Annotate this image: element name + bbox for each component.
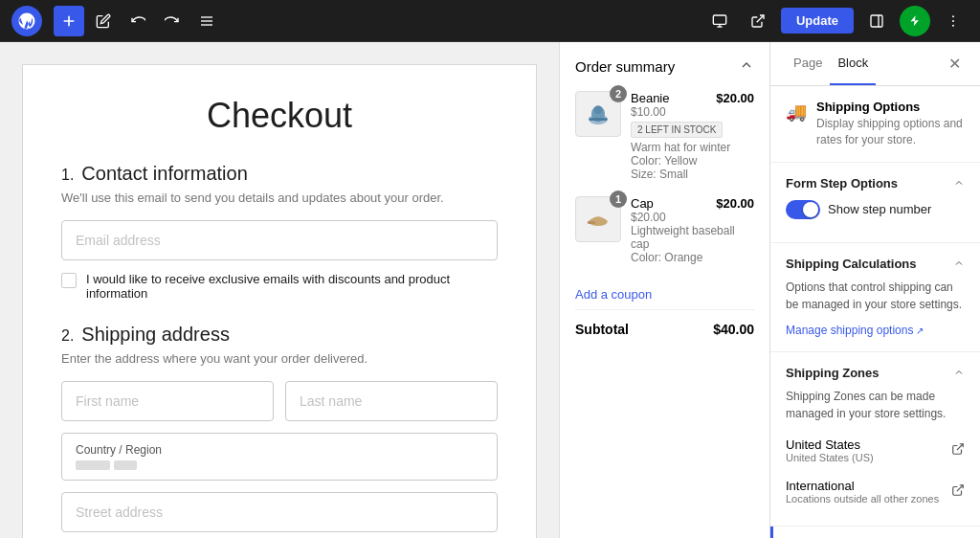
- woocommerce-button[interactable]: [900, 6, 930, 36]
- svg-rect-7: [871, 15, 882, 27]
- shipping-options-description: Display shipping options and rates for y…: [816, 116, 965, 148]
- zone-international: International Locations outside all othe…: [786, 471, 965, 512]
- lightning-icon: [908, 14, 922, 28]
- contact-header: 1. Contact information: [61, 163, 498, 185]
- item-name-beanie: Beanie: [631, 91, 669, 105]
- shipping-options-block: 🚚 Shipping Options Display shipping opti…: [770, 86, 980, 163]
- undo-button[interactable]: [122, 6, 153, 36]
- list-icon: [199, 13, 214, 29]
- first-name-col: [61, 381, 274, 421]
- newsletter-checkbox-row: I would like to receive exclusive emails…: [61, 272, 498, 301]
- form-step-options-header[interactable]: Form Step Options: [786, 176, 965, 191]
- item-details-cap: Cap $20.00 $20.00 Lightweight baseball c…: [631, 196, 754, 264]
- editor-area: Checkout 1. Contact information We'll us…: [0, 42, 559, 538]
- newsletter-label: I would like to receive exclusive emails…: [86, 272, 498, 301]
- shipping-calculations-title: Shipping Calculations: [786, 257, 917, 271]
- redo-button[interactable]: [157, 6, 188, 36]
- last-name-input[interactable]: [285, 381, 498, 421]
- form-step-options-section: Form Step Options Show step number: [770, 163, 980, 243]
- shipping-subtitle: Enter the address where you want your or…: [61, 351, 498, 366]
- tab-page[interactable]: Page: [786, 42, 830, 85]
- shipping-header: 2. Shipping address: [61, 324, 498, 346]
- checkout-title: Checkout: [61, 96, 498, 136]
- wp-logo-icon: [17, 11, 36, 31]
- wp-logo-button[interactable]: [11, 6, 42, 36]
- external-link-icon-3: [951, 483, 965, 497]
- external-link-icon: [750, 13, 766, 29]
- toolbar: Update: [0, 0, 980, 42]
- item-price-cap: $20.00: [716, 196, 754, 211]
- order-item-cap: 1 Cap $20.00 $20.00 Lightweight baseball…: [575, 196, 754, 264]
- add-block-button[interactable]: [54, 6, 84, 36]
- zone-us-name: United States: [786, 437, 874, 452]
- shipping-title: Shipping address: [81, 324, 230, 346]
- name-row: [61, 381, 498, 421]
- chevron-up-icon-2: [953, 258, 965, 269]
- order-item-beanie: 2 Beanie $20.00 $10.00 2 LEFT IN STOCK W…: [575, 91, 754, 181]
- shipping-zones-header[interactable]: Shipping Zones: [786, 366, 965, 380]
- last-name-col: [285, 381, 498, 421]
- order-panel: Order summary 2 Beani: [559, 42, 769, 538]
- update-button[interactable]: Update: [781, 8, 854, 34]
- sidebar-icon: [869, 13, 884, 29]
- beanie-image: [585, 101, 612, 127]
- zone-us-edit-button[interactable]: [951, 442, 965, 459]
- show-step-number-toggle[interactable]: [786, 200, 820, 219]
- shipping-calc-description: Options that control shipping can be man…: [786, 279, 965, 313]
- street-input[interactable]: [61, 492, 498, 532]
- item-desc-cap: Lightweight baseball cap: [631, 224, 754, 251]
- order-summary-title: Order summary: [575, 58, 675, 75]
- country-row: Country / Region: [61, 433, 498, 481]
- more-options-button[interactable]: [938, 6, 969, 36]
- item-image-wrap-cap: 1: [575, 196, 621, 264]
- shipping-zones-description: Shipping Zones can be made managed in yo…: [786, 388, 965, 422]
- contact-subtitle: We'll use this email to send you details…: [61, 191, 498, 205]
- edit-button[interactable]: [88, 6, 119, 36]
- item-desc-beanie: Warm hat for winter: [631, 141, 754, 154]
- contact-step-number: 1.: [61, 167, 74, 184]
- email-input[interactable]: [61, 220, 498, 260]
- toolbar-right: Update: [704, 6, 969, 36]
- cap-image: [585, 206, 612, 233]
- subtotal-label: Subtotal: [575, 322, 629, 337]
- form-step-options-title: Form Step Options: [786, 176, 898, 191]
- sidebar-close-button[interactable]: ✕: [945, 51, 965, 77]
- chevron-up-icon: [953, 177, 965, 189]
- tab-block[interactable]: Block: [830, 42, 876, 85]
- svg-rect-15: [589, 118, 608, 121]
- zone-intl-name: International: [786, 479, 939, 493]
- svg-point-9: [952, 15, 954, 17]
- order-summary-collapse-button[interactable]: [739, 57, 754, 76]
- order-summary-header: Order summary: [575, 57, 754, 76]
- sidebar-toggle-button[interactable]: [861, 6, 892, 36]
- first-name-input[interactable]: [61, 381, 274, 421]
- main-layout: Checkout 1. Contact information We'll us…: [0, 42, 980, 538]
- country-wrapper: Country / Region: [61, 433, 498, 481]
- zone-intl-sub: Locations outside all other zones: [786, 493, 939, 504]
- newsletter-checkbox[interactable]: [61, 273, 77, 288]
- street-row: [61, 492, 498, 532]
- toggle-knob: [803, 202, 818, 217]
- item-badge-beanie: 2: [610, 85, 627, 102]
- svg-point-14: [594, 106, 602, 114]
- shipping-options-title: Shipping Options: [816, 100, 965, 114]
- item-color-beanie: Color: Yellow: [631, 154, 754, 168]
- item-price-beanie: $20.00: [716, 91, 754, 105]
- zone-intl-edit-button[interactable]: [951, 483, 965, 500]
- desktop-preview-button[interactable]: [704, 6, 735, 36]
- svg-rect-17: [588, 221, 595, 224]
- svg-point-11: [952, 24, 954, 26]
- more-dots-icon: [946, 13, 961, 29]
- svg-line-19: [957, 484, 963, 490]
- external-link-button[interactable]: [743, 6, 773, 36]
- list-view-button[interactable]: [191, 6, 222, 36]
- shipping-calculations-header[interactable]: Shipping Calculations: [786, 257, 965, 271]
- manage-shipping-link[interactable]: Manage shipping options: [786, 324, 924, 337]
- item-details-beanie: Beanie $20.00 $10.00 2 LEFT IN STOCK War…: [631, 91, 754, 181]
- chevron-up-icon-3: [953, 367, 965, 378]
- add-coupon-button[interactable]: Add a coupon: [575, 280, 652, 309]
- subtotal-row: Subtotal $40.00: [575, 309, 754, 348]
- sidebar-tabs: Page Block ✕: [770, 42, 980, 86]
- item-subprice-beanie: $10.00: [631, 105, 754, 119]
- external-link-icon-2: [951, 442, 965, 456]
